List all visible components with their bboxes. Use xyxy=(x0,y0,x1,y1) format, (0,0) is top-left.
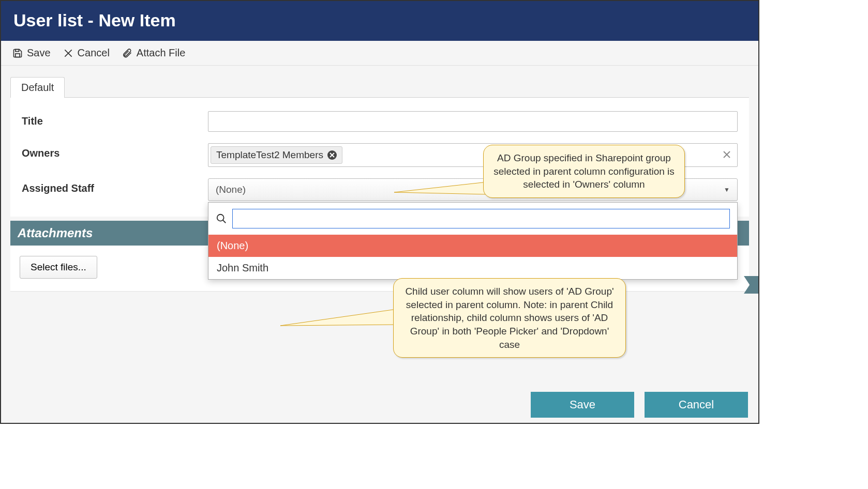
owners-chip: TemplateTest2 Members xyxy=(211,146,342,164)
callout-owners-tail xyxy=(394,182,490,208)
callout-child-tail xyxy=(280,309,399,340)
tabbar: Default xyxy=(10,75,749,98)
svg-rect-0 xyxy=(16,49,19,51)
row-title: Title xyxy=(22,111,738,132)
option-label: (None) xyxy=(217,240,248,251)
chevron-down-icon: ▼ xyxy=(724,186,730,193)
footer-buttons: Save Cancel xyxy=(531,392,748,418)
footer-save-label: Save xyxy=(570,398,595,411)
header-bar: User list - New Item xyxy=(1,1,758,41)
callout-child: Child user column will show users of 'AD… xyxy=(393,278,626,358)
footer-cancel-button[interactable]: Cancel xyxy=(645,392,748,418)
callout-child-text: Child user column will show users of 'AD… xyxy=(405,286,613,350)
dropdown-option-john[interactable]: John Smith xyxy=(208,257,737,279)
save-icon xyxy=(12,48,23,58)
tab-default-label: Default xyxy=(21,82,54,93)
cancel-label: Cancel xyxy=(78,47,110,59)
page-title: User list - New Item xyxy=(13,10,746,30)
svg-marker-10 xyxy=(394,182,487,194)
title-input[interactable] xyxy=(208,111,738,132)
option-label: John Smith xyxy=(217,262,268,273)
attach-file-button[interactable]: Attach File xyxy=(122,47,185,59)
svg-line-9 xyxy=(223,220,226,223)
owners-clear-icon[interactable] xyxy=(719,148,735,162)
callout-owners-text: AD Group specified in Sharepoint group s… xyxy=(493,152,675,190)
owners-chip-label: TemplateTest2 Members xyxy=(216,149,323,161)
paperclip-icon xyxy=(122,48,132,58)
title-label: Title xyxy=(22,111,208,127)
footer-cancel-label: Cancel xyxy=(679,398,714,411)
save-button[interactable]: Save xyxy=(12,47,51,59)
attach-label: Attach File xyxy=(137,47,185,59)
save-label: Save xyxy=(27,47,51,59)
dropdown-search-input[interactable] xyxy=(232,209,730,228)
assigned-value: (None) xyxy=(216,184,246,195)
assigned-label: Assigned Staff xyxy=(22,178,208,194)
svg-rect-1 xyxy=(16,53,20,57)
select-files-label: Select files... xyxy=(31,262,86,272)
select-files-button[interactable]: Select files... xyxy=(20,256,97,279)
footer-save-button[interactable]: Save xyxy=(531,392,634,418)
close-icon xyxy=(63,48,73,58)
callout-owners: AD Group specified in Sharepoint group s… xyxy=(483,145,685,198)
chip-remove-icon[interactable] xyxy=(327,150,337,160)
cancel-button[interactable]: Cancel xyxy=(63,47,110,59)
tab-default[interactable]: Default xyxy=(10,77,65,98)
toolbar: Save Cancel Attach File xyxy=(1,41,758,66)
window-frame: User list - New Item Save Cancel Attach … xyxy=(0,0,759,424)
dropdown-popup: (None) John Smith xyxy=(208,202,738,280)
svg-marker-11 xyxy=(280,309,397,326)
dropdown-option-none[interactable]: (None) xyxy=(208,235,737,257)
search-icon xyxy=(216,213,227,224)
owners-label: Owners xyxy=(22,143,208,159)
svg-point-8 xyxy=(217,215,224,221)
